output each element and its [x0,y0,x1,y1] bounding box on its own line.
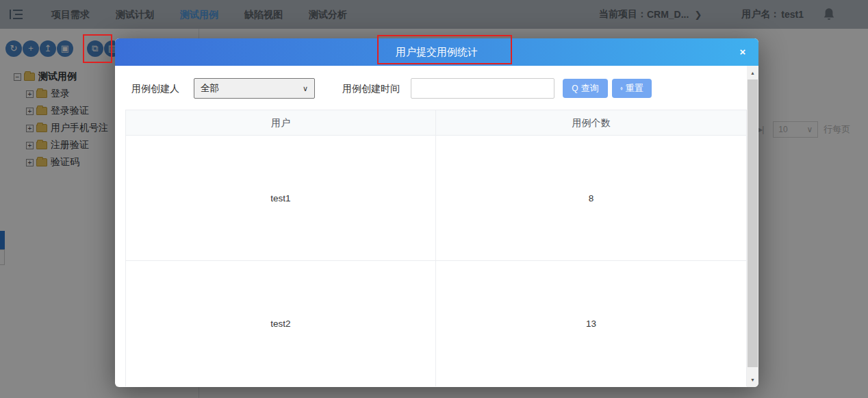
app-window: 项目需求 测试计划 测试用例 缺陷视图 测试分析 当前项目： CRM_D... … [0,0,868,398]
modal-header: 用户提交用例统计 × [115,38,758,66]
table-row[interactable]: test1 8 [126,136,746,261]
filter-row: 用例创建人 全部 ∨ 用例创建时间 Q查询 ⬫重置 [115,66,758,111]
column-header-user: 用户 [126,110,436,135]
reset-button[interactable]: ⬫重置 [612,79,652,98]
trash-icon: ⬫ [620,84,622,93]
search-button[interactable]: Q查询 [563,79,608,98]
time-filter-label: 用例创建时间 [342,83,400,95]
table-header-row: 用户 用例个数 [126,110,746,136]
search-button-label: 查询 [581,83,599,93]
table-row[interactable]: test2 13 [126,261,746,386]
column-header-case-count: 用例个数 [436,110,746,135]
cell-user: test1 [126,136,436,260]
case-create-time-input[interactable] [411,78,554,99]
creator-select-value: 全部 [201,82,219,95]
modal-title: 用户提交用例统计 [396,46,478,59]
scroll-up-icon[interactable]: ▲ [747,67,758,79]
search-icon: Q [572,84,578,93]
cell-case-count: 8 [436,136,746,260]
creator-filter-label: 用例创建人 [131,83,179,95]
cell-case-count: 13 [436,261,746,386]
scrollbar-thumb[interactable] [748,79,758,367]
user-case-table: 用户 用例个数 test1 8 test2 13 [125,110,747,386]
modal-scrollbar[interactable]: ▲ ▼ [747,66,758,387]
close-icon[interactable]: × [732,38,753,66]
chevron-down-icon: ∨ [303,84,308,93]
creator-select[interactable]: 全部 ∨ [194,78,315,99]
reset-button-label: 重置 [626,83,643,93]
cell-user: test2 [126,261,436,386]
scroll-down-icon[interactable]: ▼ [747,374,758,386]
user-case-stats-modal: 用户提交用例统计 × 用例创建人 全部 ∨ 用例创建时间 Q查询 ⬫重置 用户 … [115,38,758,387]
